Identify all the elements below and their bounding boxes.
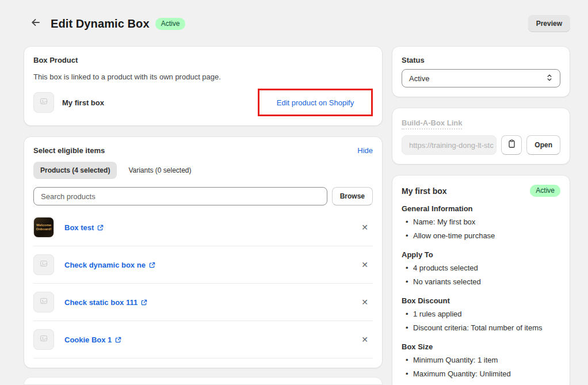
close-icon[interactable]: ✕ [361,223,368,231]
product-thumbnail-placeholder [33,329,54,350]
product-thumbnail-placeholder [33,292,54,312]
table-row: Welcome Onboard! Box test ✕ [33,209,373,246]
product-name: Check dynamic box ne [64,261,146,269]
close-icon[interactable]: ✕ [361,298,368,306]
box-summary-card: My first box Active General Information … [392,176,570,385]
close-icon[interactable]: ✕ [361,336,368,344]
product-name: Check static box 111 [64,298,138,307]
linked-product-name: My first box [62,98,104,107]
image-placeholder-icon [40,297,48,307]
section-heading-apply-to: Apply To [402,250,560,259]
box-product-card: Box Product This box is linked to a prod… [24,47,382,125]
box-product-thumbnail [33,92,54,113]
tab-variants[interactable]: Variants (0 selected) [121,162,198,179]
section-heading-box-size: Box Size [402,342,560,351]
section-heading-general-information: General Information [402,204,560,213]
browse-button[interactable]: Browse [332,187,373,205]
status-badge: Active [155,18,186,30]
product-link[interactable]: Cookie Box 1 [64,336,121,344]
external-link-icon [149,262,155,268]
search-products-input[interactable] [33,187,327,205]
external-link-icon [97,224,104,231]
box-product-description: This box is linked to a product with its… [33,73,373,82]
back-arrow-icon [30,17,41,31]
product-thumbnail-placeholder [33,254,54,275]
copy-link-button[interactable] [501,135,522,155]
back-button[interactable] [28,16,44,32]
build-a-box-link-card: Build-A-Box Link https://training-dong-l… [392,108,570,164]
tab-products[interactable]: Products (4 selected) [33,162,117,179]
box-size-list: Minimum Quantity: 1 item Maximum Quantit… [402,353,560,381]
list-item: Name: My first box [402,215,560,229]
product-link[interactable]: Check dynamic box ne [64,261,155,269]
general-information-list: Name: My first box Allow one-time purcha… [402,215,560,243]
image-placeholder-icon [40,334,48,345]
product-link[interactable]: Check static box 111 [64,298,147,307]
eligible-items-tabs: Products (4 selected) Variants (0 select… [33,162,373,179]
product-name: Cookie Box 1 [64,336,112,344]
list-item: Discount criteria: Total number of items [402,321,560,335]
product-link[interactable]: Box test [64,223,104,232]
list-item: Maximum Quantity: Unlimited [402,367,560,381]
image-placeholder-icon [40,260,48,270]
list-item: Minimum Quantity: 1 item [402,353,560,367]
table-row: Check dynamic box ne ✕ [33,246,373,284]
image-placeholder-icon [40,97,48,108]
list-item: Allow one-time purchase [402,229,560,243]
table-row: Check static box 111 ✕ [33,284,373,321]
status-select-value: Active [409,74,429,83]
open-link-button[interactable]: Open [526,135,560,155]
status-card: Status Active [392,47,570,97]
build-a-box-url-field: https://training-dong-lt-stc [402,135,497,155]
list-item: 1 rules applied [402,307,560,321]
hide-link[interactable]: Hide [357,146,373,155]
annotation-highlight-box: Edit product on Shopify [258,89,373,116]
eligible-items-card: Select eligible items Hide Products (4 s… [24,137,382,368]
table-row: Cookie Box 1 ✕ [33,321,373,359]
status-card-title: Status [402,56,560,64]
summary-title: My first box [402,186,447,196]
close-icon[interactable]: ✕ [361,261,368,269]
list-item: No variants selected [402,275,560,289]
page-header: Edit Dynamic Box Active Preview [0,0,588,32]
external-link-icon [115,337,121,343]
external-link-icon [141,299,147,306]
preview-button[interactable]: Preview [528,15,570,32]
eligible-items-title: Select eligible items [33,146,105,155]
next-card-partial [24,378,382,384]
list-item: 4 products selected [402,261,560,275]
select-updown-icon [546,74,553,83]
apply-to-list: 4 products selected No variants selected [402,261,560,289]
box-product-title: Box Product [33,56,373,64]
box-discount-list: 1 rules applied Discount criteria: Total… [402,307,560,335]
thumbnail-caption: Welcome Onboard! [34,223,54,231]
copy-icon [507,139,516,151]
product-name: Box test [64,223,94,232]
build-a-box-link-title: Build-A-Box Link [402,119,462,129]
status-select[interactable]: Active [402,69,560,87]
selected-products-list: Welcome Onboard! Box test ✕ [33,209,373,359]
app-window: Edit Dynamic Box Active Preview Box Prod… [0,0,588,385]
page-title: Edit Dynamic Box [51,17,150,31]
product-thumbnail-image: Welcome Onboard! [33,217,54,238]
summary-status-badge: Active [530,185,560,197]
edit-product-on-shopify-link[interactable]: Edit product on Shopify [277,98,354,107]
section-heading-box-discount: Box Discount [402,296,560,305]
